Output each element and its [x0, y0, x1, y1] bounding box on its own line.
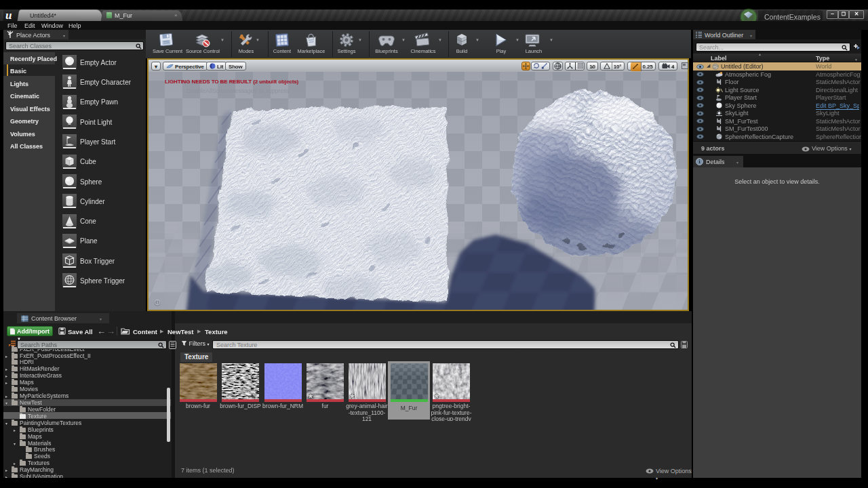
- svg-text:i: i: [698, 159, 700, 165]
